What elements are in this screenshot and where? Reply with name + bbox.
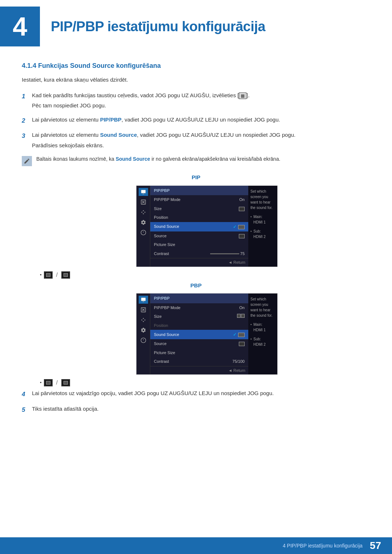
pip-info-panel: Set which screen you want to hear the so… <box>248 186 277 267</box>
pbp-row-sound-value: ✓ <box>233 331 245 338</box>
pip-icon-row: • / <box>40 271 370 279</box>
pbp-move-icon <box>140 317 146 323</box>
pbp-info-icon <box>140 337 146 343</box>
step-3-bold: Sound Source <box>100 132 137 138</box>
pip-row-mode: PIP/PBP Mode On <box>150 195 248 204</box>
x-icon <box>140 199 146 205</box>
pbp-main-bullet: • <box>250 323 252 327</box>
sidebar-icon-x <box>139 198 148 206</box>
pip-sidebar <box>136 186 150 267</box>
page-content: 4.1.4 Funkcijas Sound Source konfigurēša… <box>0 61 392 414</box>
footer-text: 4 PIP/PBP iestatījumu konfigurācija <box>283 542 363 550</box>
page-footer: 4 PIP/PBP iestatījumu konfigurācija 57 <box>0 537 392 554</box>
pbp-row-size-value <box>237 313 245 320</box>
gear-icon <box>140 219 146 225</box>
step-2-num: 2 <box>22 116 32 126</box>
pip-menu-return: ◄ Return <box>150 258 248 267</box>
pbp-icon-dark2 <box>61 379 70 386</box>
pbp-sidebar-icon-info <box>139 336 148 344</box>
pbp-bullet: • <box>40 379 42 386</box>
pbp-label: PBP <box>22 282 370 290</box>
pbp-icon-dark <box>44 379 53 386</box>
page-title: PIP/PBP iestatījumu konfigurācija <box>51 16 265 37</box>
steps-list: 1 Kad tiek parādīts funkcijas taustiņu c… <box>22 91 370 150</box>
pip-menu-main: PIP/PBP PIP/PBP Mode On Size Position So… <box>150 186 248 267</box>
sidebar-icon-info <box>139 229 148 237</box>
pbp-row-contrast-value: 75/100 <box>232 358 245 365</box>
pbp-sidebar-icon-gear <box>139 326 148 334</box>
step-3-num: 3 <box>22 131 32 141</box>
svg-rect-3 <box>141 298 146 301</box>
pbp-sidebar-icon-x <box>139 306 148 314</box>
pbp-main-hdmi: HDMI 1 <box>250 328 266 332</box>
step-2: 2 Lai pārvietotos uz elementu PIP/PBP, v… <box>22 116 370 126</box>
pip-row-source: Source <box>150 231 248 241</box>
steps-after-list: 4 Lai pārvietotos uz vajadzīgo opciju, v… <box>22 389 370 414</box>
step-5-text: Tiks iestatīta atlasītā opcija. <box>32 405 370 413</box>
chapter-number: 4 <box>13 7 27 46</box>
pbp-info-title: Set which screen you want to hear the so… <box>250 296 275 318</box>
pip-info-sub: • Sub: HDMI 2 <box>250 229 275 239</box>
step-4: 4 Lai pārvietotos uz vajadzīgo opciju, v… <box>22 389 370 399</box>
main-bullet: • <box>250 215 252 219</box>
step-1-text: Kad tiek parādīts funkcijas taustiņu ceļ… <box>32 91 370 110</box>
pip-row-source-label: Source <box>154 233 239 239</box>
pbp-sidebar <box>136 294 150 374</box>
pbp-row-size-label: Size <box>154 313 237 320</box>
move-icon <box>140 209 146 215</box>
step-5: 5 Tiks iestatīta atlasītā opcija. <box>22 405 370 415</box>
note-icon <box>22 156 32 166</box>
step-5-num: 5 <box>22 405 32 415</box>
intro-text: Iestatiet, kura ekrāna skaņu vēlaties dz… <box>22 76 370 84</box>
page-header: 4 PIP/PBP iestatījumu konfigurācija <box>0 0 392 50</box>
pbp-row-size: Size <box>150 312 248 321</box>
pip-menu-container: PIP/PBP PIP/PBP Mode On Size Position So… <box>44 185 370 267</box>
step-2-bold: PIP/PBP <box>100 116 122 123</box>
pbp-x-icon <box>140 307 146 313</box>
pbp-row-source-label: Source <box>154 341 239 347</box>
pip-row-mode-label: PIP/PBP Mode <box>154 197 239 203</box>
pbp-row-position: Position <box>150 321 248 330</box>
pip-label: PIP <box>22 173 370 182</box>
chapter-badge: 4 <box>0 7 40 46</box>
step-3-sub: Parādīsies sekojošais ekrāns. <box>32 141 370 150</box>
pbp-row-source-value <box>239 341 245 347</box>
pip-row-mode-value: On <box>239 197 245 203</box>
pip-row-picsize: Picture Size <box>150 240 248 249</box>
pip-row-contrast-label: Contrast <box>154 251 210 257</box>
main-hdmi: HDMI 1 <box>250 220 266 224</box>
pbp-info-panel: Set which screen you want to hear the so… <box>248 294 277 374</box>
pbp-menu-header: PIP/PBP <box>150 294 248 303</box>
info-icon <box>140 230 146 235</box>
pip-row-contrast-value: 75 <box>210 251 245 257</box>
double-box <box>237 314 245 318</box>
step-1-sub: Pēc tam nospiediet JOG pogu. <box>32 102 370 110</box>
pbp-sidebar-icon-move <box>139 316 148 324</box>
pip-bullet: • <box>40 271 42 279</box>
pip-info-title: Set which screen you want to hear the so… <box>250 189 275 210</box>
pbp-row-mode: PIP/PBP Mode On <box>150 303 248 312</box>
note-text: Baltais ikonas laukums nozīmē, ka Sound … <box>36 155 280 163</box>
pip-separator: / <box>56 271 58 279</box>
pbp-row-contrast-label: Contrast <box>154 358 232 365</box>
return-arrow: ◄ Return <box>228 260 245 264</box>
sidebar-icon-gear <box>139 218 148 226</box>
pip-row-size-value <box>239 206 245 212</box>
pbp-row-sound: Sound Source ✓ <box>150 330 248 339</box>
sidebar-icon-display <box>139 188 148 196</box>
step-3-text: Lai pārvietotos uz elementu Sound Source… <box>32 131 370 149</box>
pip-row-source-value <box>239 233 245 239</box>
sidebar-icon-move <box>139 208 148 216</box>
pip-row-sound: Sound Source ✓ <box>150 222 248 231</box>
pbp-row-picsize: Picture Size <box>150 348 248 357</box>
step-1: 1 Kad tiek parādīts funkcijas taustiņu c… <box>22 91 370 110</box>
svg-rect-0 <box>141 190 146 193</box>
pbp-sub-bullet: • <box>250 337 252 341</box>
pbp-row-position-label: Position <box>154 323 245 329</box>
pip-row-sound-value: ✓ <box>233 223 245 230</box>
pip-icon-dark <box>44 271 53 279</box>
pbp-gear-icon <box>140 327 146 333</box>
pbp-menu-wrapper: PIP/PBP PIP/PBP Mode On Size Position So… <box>136 293 278 375</box>
pbp-row-contrast: Contrast 75/100 <box>150 357 248 366</box>
pbp-row-picsize-label: Picture Size <box>154 350 245 356</box>
